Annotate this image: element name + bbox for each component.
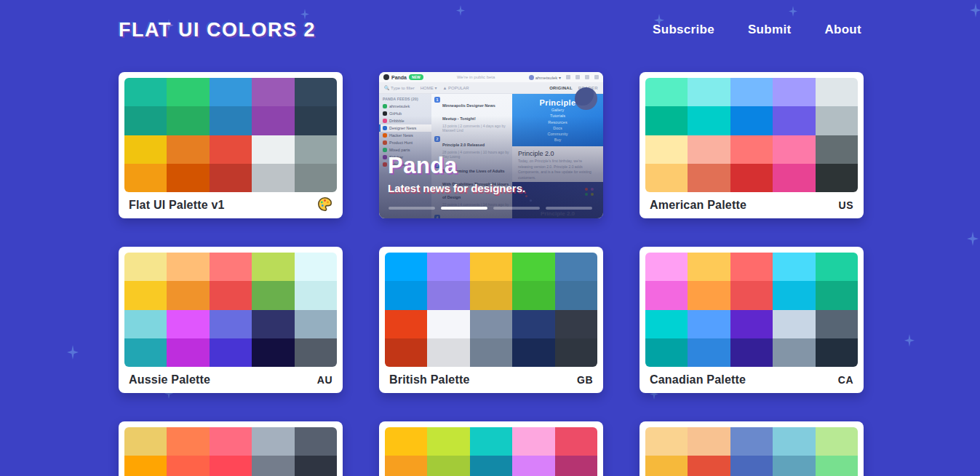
color-swatch[interactable] — [427, 310, 469, 338]
color-swatch[interactable] — [555, 310, 597, 338]
color-swatch[interactable] — [688, 253, 730, 281]
color-swatch[interactable] — [470, 338, 512, 367]
color-swatch[interactable] — [816, 106, 858, 135]
color-swatch[interactable] — [210, 310, 252, 338]
color-swatch[interactable] — [773, 164, 815, 192]
color-swatch[interactable] — [427, 281, 469, 309]
color-swatch[interactable] — [730, 427, 773, 456]
color-swatch[interactable] — [816, 427, 858, 456]
color-swatch[interactable] — [688, 456, 730, 476]
color-swatch[interactable] — [645, 338, 688, 367]
color-swatch[interactable] — [167, 253, 209, 281]
carousel-bar[interactable] — [389, 207, 435, 210]
palette-card[interactable]: Flat UI Palette v1 — [119, 72, 343, 218]
color-swatch[interactable] — [555, 281, 597, 309]
color-swatch[interactable] — [210, 78, 252, 106]
color-swatch[interactable] — [470, 456, 512, 476]
color-swatch[interactable] — [385, 253, 427, 281]
color-swatch[interactable] — [252, 135, 294, 164]
color-swatch[interactable] — [555, 253, 597, 281]
color-swatch[interactable] — [645, 164, 688, 192]
palette-card[interactable] — [119, 421, 343, 476]
color-swatch[interactable] — [688, 164, 730, 192]
color-swatch[interactable] — [555, 427, 597, 456]
color-swatch[interactable] — [816, 456, 858, 476]
color-swatch[interactable] — [124, 164, 167, 192]
nav-subscribe[interactable]: Subscribe — [653, 23, 714, 37]
color-swatch[interactable] — [730, 456, 773, 476]
color-swatch[interactable] — [385, 338, 427, 367]
color-swatch[interactable] — [816, 253, 858, 281]
palette-card[interactable]: British PaletteGB — [379, 247, 603, 393]
color-swatch[interactable] — [252, 164, 294, 192]
color-swatch[interactable] — [816, 310, 858, 338]
color-swatch[interactable] — [730, 281, 773, 309]
color-swatch[interactable] — [773, 281, 815, 309]
palette-card[interactable] — [379, 421, 603, 476]
color-swatch[interactable] — [124, 253, 167, 281]
color-swatch[interactable] — [295, 135, 337, 164]
color-swatch[interactable] — [167, 281, 209, 309]
color-swatch[interactable] — [816, 164, 858, 192]
color-swatch[interactable] — [512, 281, 554, 309]
color-swatch[interactable] — [124, 456, 167, 476]
color-swatch[interactable] — [167, 135, 209, 164]
color-swatch[interactable] — [730, 78, 773, 106]
nav-about[interactable]: About — [824, 23, 861, 37]
carousel-bar[interactable] — [441, 207, 487, 210]
color-swatch[interactable] — [295, 106, 337, 135]
palette-card[interactable]: American PaletteUS — [640, 72, 864, 218]
color-swatch[interactable] — [167, 106, 209, 135]
color-swatch[interactable] — [252, 253, 294, 281]
color-swatch[interactable] — [167, 338, 209, 367]
color-swatch[interactable] — [645, 310, 688, 338]
color-swatch[interactable] — [555, 338, 597, 367]
color-swatch[interactable] — [512, 456, 554, 476]
color-swatch[interactable] — [688, 135, 730, 164]
color-swatch[interactable] — [295, 281, 337, 309]
color-swatch[interactable] — [688, 106, 730, 135]
color-swatch[interactable] — [773, 456, 815, 476]
palette-card[interactable]: Canadian PaletteCA — [640, 247, 864, 393]
color-swatch[interactable] — [645, 253, 688, 281]
panda-ad-card[interactable]: PandaNEWWe're in public betaahmetsulek ▾… — [379, 72, 603, 218]
color-swatch[interactable] — [167, 310, 209, 338]
color-swatch[interactable] — [688, 281, 730, 309]
color-swatch[interactable] — [645, 135, 688, 164]
color-swatch[interactable] — [385, 427, 427, 456]
color-swatch[interactable] — [645, 427, 688, 456]
color-swatch[interactable] — [688, 338, 730, 367]
color-swatch[interactable] — [773, 253, 815, 281]
color-swatch[interactable] — [470, 310, 512, 338]
color-swatch[interactable] — [816, 78, 858, 106]
color-swatch[interactable] — [252, 310, 294, 338]
color-swatch[interactable] — [512, 253, 554, 281]
color-swatch[interactable] — [773, 78, 815, 106]
palette-card[interactable] — [640, 421, 864, 476]
color-swatch[interactable] — [167, 78, 209, 106]
color-swatch[interactable] — [385, 310, 427, 338]
carousel-bar[interactable] — [546, 207, 592, 210]
color-swatch[interactable] — [816, 281, 858, 309]
color-swatch[interactable] — [124, 106, 167, 135]
color-swatch[interactable] — [816, 135, 858, 164]
color-swatch[interactable] — [512, 310, 554, 338]
color-swatch[interactable] — [512, 338, 554, 367]
color-swatch[interactable] — [688, 310, 730, 338]
color-swatch[interactable] — [210, 427, 252, 456]
color-swatch[interactable] — [167, 456, 209, 476]
color-swatch[interactable] — [773, 106, 815, 135]
color-swatch[interactable] — [295, 456, 337, 476]
color-swatch[interactable] — [385, 281, 427, 309]
color-swatch[interactable] — [470, 253, 512, 281]
color-swatch[interactable] — [688, 78, 730, 106]
color-swatch[interactable] — [252, 456, 294, 476]
color-swatch[interactable] — [124, 135, 167, 164]
color-swatch[interactable] — [427, 338, 469, 367]
color-swatch[interactable] — [645, 281, 688, 309]
color-swatch[interactable] — [773, 427, 815, 456]
color-swatch[interactable] — [645, 106, 688, 135]
color-swatch[interactable] — [124, 310, 167, 338]
color-swatch[interactable] — [730, 164, 773, 192]
color-swatch[interactable] — [124, 78, 167, 106]
